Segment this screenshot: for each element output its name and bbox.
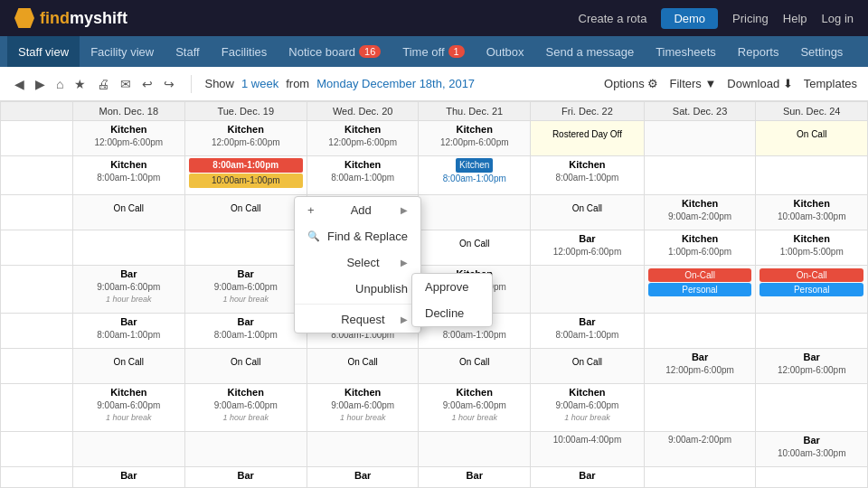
cell-thomas-wed[interactable]: Kitchen8:00am-1:00pm	[307, 155, 419, 194]
nav-staff-view[interactable]: Staff view	[7, 36, 80, 67]
cell-thomas-tue[interactable]: 8:00am-1:00pm 10:00am-1:00pm	[184, 155, 307, 194]
filters-btn[interactable]: Filters ▼	[669, 77, 716, 90]
cell-luke-sat[interactable]	[644, 383, 756, 431]
cell-last-thu[interactable]: Bar	[419, 466, 531, 487]
cell-matthew-fri[interactable]: Bar12:00pm-6:00pm	[531, 230, 645, 265]
date-selector[interactable]: Monday December 18th, 2017	[316, 77, 475, 90]
undo-button[interactable]: ↩	[138, 75, 156, 93]
cell-matthew-mon[interactable]	[73, 230, 185, 265]
redo-button[interactable]: ↪	[160, 75, 178, 93]
nav-facility-view[interactable]: Facility view	[80, 36, 165, 67]
nav-notice-board[interactable]: Notice board 16	[278, 36, 392, 67]
print-button[interactable]: 🖨	[93, 75, 113, 93]
cell-sarah-thu[interactable]	[419, 431, 531, 466]
home-button[interactable]: ⌂	[52, 75, 67, 93]
week-selector[interactable]: 1 week	[241, 77, 278, 90]
cell-matthew-thu[interactable]: On Call	[419, 230, 531, 265]
nav-settings[interactable]: Settings	[789, 36, 854, 67]
cell-matthew-sat[interactable]: Kitchen1:00pm-6:00pm	[644, 230, 756, 265]
help-link[interactable]: Help	[783, 12, 807, 25]
cell-charlotte-sat[interactable]: Bar12:00pm-6:00pm	[644, 348, 756, 383]
prev-button[interactable]: ◀	[11, 75, 28, 93]
cell-sarah-wed[interactable]	[307, 431, 419, 466]
cell-luke-sun[interactable]	[756, 383, 868, 431]
cell-laura-mon[interactable]: Kitchen12:00pm-6:00pm	[73, 121, 185, 156]
cell-james-sun[interactable]: Kitchen10:00am-3:00pm	[756, 194, 868, 230]
submenu-approve[interactable]: Approve	[412, 274, 492, 300]
cell-charlotte-tue[interactable]: On Call	[184, 348, 307, 383]
cell-charlotte-sun[interactable]: Bar12:00pm-6:00pm	[756, 348, 868, 383]
email-button[interactable]: ✉	[117, 75, 135, 93]
cell-charlotte-fri[interactable]: On Call	[531, 348, 645, 383]
create-rota-link[interactable]: Create a rota	[579, 12, 647, 25]
cell-sophie-sat[interactable]: On-Call Personal	[644, 265, 756, 313]
templates-btn[interactable]: Templates	[804, 77, 857, 90]
cell-last-sun[interactable]	[756, 466, 868, 487]
cell-laura-tue[interactable]: Kitchen12:00pm-6:00pm	[184, 121, 307, 156]
cell-james-tue[interactable]: On Call	[184, 194, 307, 230]
logo[interactable]: findmyshift	[14, 8, 127, 28]
cell-charlie-sat[interactable]	[644, 313, 756, 348]
cell-thomas-mon[interactable]: Kitchen8:00am-1:00pm	[73, 155, 185, 194]
nav-staff[interactable]: Staff	[165, 36, 211, 67]
cell-luke-tue[interactable]: Kitchen9:00am-6:00pm1 hour break	[184, 383, 307, 431]
menu-item-add[interactable]: + Add ▶	[295, 197, 420, 223]
cell-sophie-mon[interactable]: Bar9:00am-6:00pm1 hour break	[73, 265, 185, 313]
menu-item-select[interactable]: Select ▶	[295, 249, 420, 276]
pricing-link[interactable]: Pricing	[732, 12, 769, 25]
cell-james-mon[interactable]: On Call	[73, 194, 185, 230]
menu-item-find-replace[interactable]: 🔍 Find & Replace	[295, 223, 420, 249]
cell-thomas-sat[interactable]	[644, 155, 756, 194]
cell-sarah-sun[interactable]: Bar10:00am-3:00pm	[756, 431, 868, 466]
cell-last-fri[interactable]: Bar	[531, 466, 645, 487]
cell-charlie-mon[interactable]: Bar8:00am-1:00pm	[73, 313, 185, 348]
cell-last-tue[interactable]: Bar	[184, 466, 307, 487]
menu-item-request[interactable]: Request ▶	[295, 306, 420, 333]
cell-charlie-tue[interactable]: Bar8:00am-1:00pm	[184, 313, 307, 348]
cell-thomas-fri[interactable]: Kitchen8:00am-1:00pm	[531, 155, 645, 194]
cell-sophie-fri[interactable]	[531, 265, 645, 313]
cell-sarah-mon[interactable]	[73, 431, 185, 466]
cell-last-sat[interactable]	[644, 466, 756, 487]
cell-charlie-fri[interactable]: Bar8:00am-1:00pm	[531, 313, 645, 348]
cell-charlotte-mon[interactable]: On Call	[73, 348, 185, 383]
cell-james-sat[interactable]: Kitchen9:00am-2:00pm	[644, 194, 756, 230]
nav-send-message[interactable]: Send a message	[535, 36, 646, 67]
cell-last-mon[interactable]: Bar	[73, 466, 185, 487]
cell-sarah-tue[interactable]	[184, 431, 307, 466]
nav-timesheets[interactable]: Timesheets	[645, 36, 727, 67]
cell-luke-wed[interactable]: Kitchen9:00am-6:00pm1 hour break	[307, 383, 419, 431]
next-button[interactable]: ▶	[32, 75, 49, 93]
menu-item-unpublish[interactable]: Unpublish	[295, 276, 420, 302]
nav-reports[interactable]: Reports	[727, 36, 790, 67]
cell-luke-fri[interactable]: Kitchen9:00am-6:00pm1 hour break	[531, 383, 645, 431]
cell-sophie-tue[interactable]: Bar9:00am-6:00pm1 hour break	[184, 265, 307, 313]
cell-james-fri[interactable]: On Call	[531, 194, 645, 230]
cell-laura-fri[interactable]: Rostered Day Off	[531, 121, 645, 156]
cell-thomas-sun[interactable]	[756, 155, 868, 194]
cell-james-thu[interactable]	[419, 194, 531, 230]
cell-charlie-sun[interactable]	[756, 313, 868, 348]
cell-thomas-thu[interactable]: Kitchen8:00am-1:00pm	[419, 155, 531, 194]
cell-sarah-fri[interactable]: 10:00am-4:00pm	[531, 431, 645, 466]
cell-sarah-sat[interactable]: 9:00am-2:00pm	[644, 431, 756, 466]
submenu-decline[interactable]: Decline	[412, 300, 492, 326]
cell-laura-sat[interactable]	[644, 121, 756, 156]
cell-laura-sun[interactable]: On Call	[756, 121, 868, 156]
cell-last-wed[interactable]: Bar	[307, 466, 419, 487]
download-btn[interactable]: Download ⬇	[727, 77, 792, 90]
demo-button[interactable]: Demo	[661, 8, 718, 29]
cell-charlotte-thu[interactable]: On Call	[419, 348, 531, 383]
cell-sophie-sun[interactable]: On-Call Personal	[756, 265, 868, 313]
cell-laura-wed[interactable]: Kitchen12:00pm-6:00pm	[307, 121, 419, 156]
cell-luke-thu[interactable]: Kitchen9:00am-6:00pm1 hour break	[419, 383, 531, 431]
star-button[interactable]: ★	[71, 75, 90, 93]
nav-time-off[interactable]: Time off 1	[392, 36, 475, 67]
cell-laura-thu[interactable]: Kitchen12:00pm-6:00pm	[419, 121, 531, 156]
cell-matthew-sun[interactable]: Kitchen1:00pm-5:00pm	[756, 230, 868, 265]
cell-luke-mon[interactable]: Kitchen9:00am-6:00pm1 hour break	[73, 383, 185, 431]
options-btn[interactable]: Options ⚙	[604, 77, 658, 90]
cell-matthew-tue[interactable]	[184, 230, 307, 265]
nav-outbox[interactable]: Outbox	[476, 36, 535, 67]
cell-charlotte-wed[interactable]: On Call	[307, 348, 419, 383]
